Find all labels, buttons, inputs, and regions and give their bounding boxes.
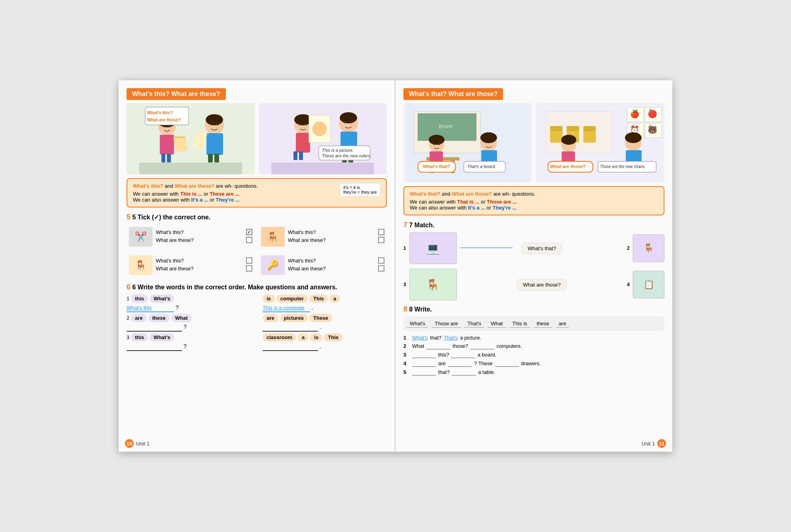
blank-5a <box>412 369 436 375</box>
right-banner: What's that? What are those? <box>403 88 503 100</box>
word-tag: What's <box>149 294 174 303</box>
match-bubble-3: What are those? <box>517 279 566 291</box>
ex6-row3-words: 3 this What's <box>127 333 251 341</box>
match-row-1: 1 💻 What's that? 2 🪑 <box>403 232 664 264</box>
ex6-row3-left: 3 this What's ? <box>127 333 251 351</box>
ex6-row1-ranswer: This is a computer . <box>263 304 387 312</box>
svg-point-38 <box>350 121 353 123</box>
tick-img-3: 🪑 <box>129 255 153 275</box>
svg-rect-31 <box>299 151 303 160</box>
ex6-row3: 3 this What's ? classroom a is This <box>127 333 387 351</box>
right-illus-right: 🍎 🔴 ⏰ 🐻 A B C D <box>536 103 664 182</box>
tick-item-3: 🪑 What's this? What are these? <box>127 253 255 277</box>
checkbox-2b[interactable] <box>378 237 384 243</box>
svg-rect-27 <box>296 133 310 153</box>
svg-point-86 <box>561 135 576 145</box>
tick-row-2a: What's this? <box>288 229 384 235</box>
match-rimg-1: 🪑 <box>633 234 664 262</box>
svg-rect-11 <box>173 137 185 138</box>
blank-3b <box>451 352 475 358</box>
ex5-grid: ✂️ What's this? ✓ What are these? 🪑 <box>127 224 387 277</box>
match-bubble-1: What's that? <box>522 243 562 254</box>
match-img-3: 🪑 <box>409 269 457 300</box>
blank-5b <box>452 369 476 375</box>
svg-rect-8 <box>161 154 165 162</box>
tick-row-2b: What are these? <box>288 237 384 243</box>
svg-text:B: B <box>649 108 651 112</box>
tick-row-1b: What are these? <box>156 237 252 243</box>
tick-item-1: ✂️ What's this? ✓ What are these? <box>127 224 255 249</box>
svg-point-52 <box>429 135 445 145</box>
ex6-row2-answer: ? <box>127 324 251 332</box>
word-tag: These <box>309 314 332 322</box>
ex6-row1: 1 this What's What's this ? is computer … <box>127 294 387 312</box>
word-tag: are <box>131 314 147 322</box>
bank-word-6: these <box>534 320 553 328</box>
bank-word-4: What <box>488 320 506 328</box>
tick-row-4b: What are these? <box>288 265 384 272</box>
svg-text:Those are the new chairs.: Those are the new chairs. <box>600 164 645 169</box>
ex7-section: 1 💻 What's that? 2 🪑 3 🪑 What are those? <box>403 232 664 300</box>
match-img-1: 💻 <box>409 232 457 264</box>
match-row-3: 3 🪑 What are those? 4 📋 <box>403 269 664 300</box>
svg-rect-1 <box>139 162 242 174</box>
tick-item-2: 🪑 What's this? What are these? <box>259 224 387 249</box>
blank-2b <box>470 343 494 349</box>
page-num-right: Unit 1 11 <box>642 439 666 448</box>
tick-row-1a: What's this? ✓ <box>156 229 252 235</box>
word-tag: a <box>298 333 308 341</box>
page-num-left: 10 Unit 1 <box>125 439 149 448</box>
checkbox-4a[interactable] <box>378 257 384 264</box>
bank-word-7: are <box>556 320 570 328</box>
checkbox-3b[interactable] <box>246 265 252 272</box>
svg-point-54 <box>433 143 435 145</box>
grammar-box-left: it's = it is they're = they are What's t… <box>127 178 387 208</box>
svg-point-7 <box>168 125 171 127</box>
svg-point-57 <box>481 132 497 143</box>
tick-img-1: ✂️ <box>129 227 153 247</box>
svg-text:A: A <box>632 108 635 112</box>
tick-labels-4: What's this? What are these? <box>288 257 384 273</box>
bank-word-2: Those are <box>431 320 461 328</box>
word-tag: is <box>310 333 322 341</box>
eq-box: it's = it is they're = they are <box>340 183 380 196</box>
word-tag: This <box>309 294 328 303</box>
word-tag: classroom <box>263 333 296 341</box>
svg-text:What are these?: What are these? <box>147 117 181 122</box>
blank-4c <box>495 360 519 367</box>
grammar-highlight2: What are these? <box>175 183 214 189</box>
ex8-header: 8 8 Write. <box>403 305 664 313</box>
word-tag: are <box>263 314 278 322</box>
write-row-1: 1 What's that? That's a picture. <box>403 335 664 341</box>
checkbox-3a[interactable] <box>246 257 252 264</box>
checkbox-4b[interactable] <box>378 265 384 272</box>
svg-rect-20 <box>145 107 189 125</box>
checkbox-2a[interactable] <box>378 229 384 235</box>
answer-q1: What's this <box>127 305 174 312</box>
word-tag: computer <box>276 294 308 303</box>
write-row-2: 2 What those? computers. <box>403 343 664 349</box>
match-rimg-3: 📋 <box>633 271 664 298</box>
right-illus-svg-right: 🍎 🔴 ⏰ 🐻 A B C D <box>536 103 664 182</box>
left-banner: What's this? What are these? <box>127 88 226 100</box>
svg-rect-24 <box>271 162 374 174</box>
rgrammar-line1: What's that? and What are those? are wh-… <box>410 191 658 197</box>
answer-a3 <box>263 343 318 351</box>
ex6-row3-ranswer: . <box>263 343 387 351</box>
left-illus-panel1: What's this? What are these? <box>127 103 255 174</box>
svg-text:These are the new rulers.: These are the new rulers. <box>322 153 371 158</box>
tick-row-4a: What's this? <box>288 257 384 264</box>
checkbox-1a[interactable]: ✓ <box>246 229 252 235</box>
svg-point-16 <box>216 123 219 125</box>
ex6-row2-right: are pictures These . <box>263 314 387 332</box>
ex5-header: 5 5 Tick (✓) the correct one. <box>127 213 387 221</box>
checkbox-1b[interactable] <box>246 237 252 243</box>
ex6-row2-ranswer: . <box>263 324 387 332</box>
left-page: What's this? What are these? <box>119 80 396 452</box>
answer-q2 <box>127 324 182 332</box>
right-top-illustrations: Board <box>403 103 664 182</box>
eq2: they're = they are <box>343 190 377 194</box>
svg-rect-4 <box>160 135 174 143</box>
grammar-box-right: What's that? and What are those? are wh-… <box>403 186 664 215</box>
word-bank: What's Those are That's What This is the… <box>403 317 664 331</box>
